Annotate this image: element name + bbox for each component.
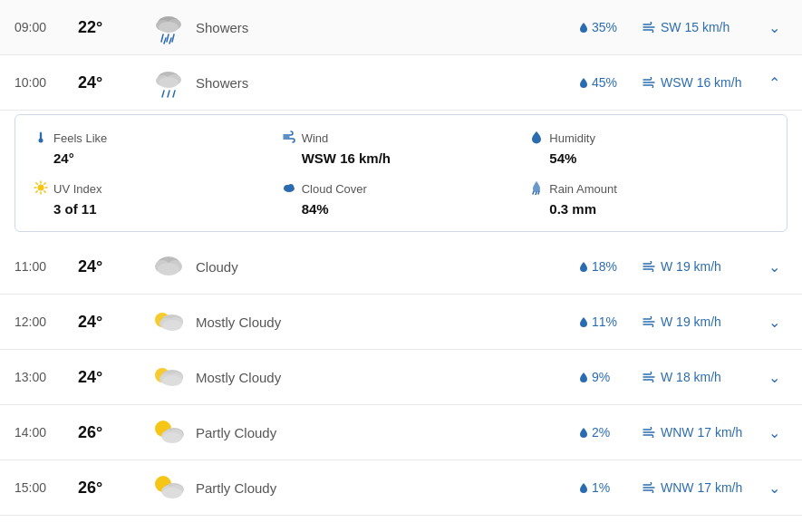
wind-icon <box>643 316 657 327</box>
thermometer-icon <box>34 130 48 147</box>
precipitation-label: 18% <box>579 259 643 274</box>
svg-line-26 <box>44 183 45 184</box>
detail-value: 54% <box>549 150 768 166</box>
condition-label: Cloudy <box>196 259 341 275</box>
detail-value: 84% <box>302 201 521 217</box>
temperature-label: 26° <box>78 479 141 498</box>
expand-chevron[interactable]: ⌄ <box>760 369 788 386</box>
detail-label: Feels Like <box>53 131 107 145</box>
wind-icon <box>643 427 657 438</box>
detail-label: UV Index <box>53 182 101 196</box>
wind-label: WNW 17 km/h <box>643 480 760 495</box>
detail-header: UV Index <box>34 180 273 198</box>
expand-chevron[interactable]: ⌄ <box>760 479 788 497</box>
condition-label: Showers <box>196 75 341 91</box>
condition-label: Showers <box>196 20 341 35</box>
weather-row[interactable]: 14:00 26° Partly Cloudy 2% WNW 17 km/h <box>0 405 802 460</box>
svg-line-14 <box>168 91 169 97</box>
svg-line-5 <box>167 34 169 42</box>
temperature-label: 22° <box>78 18 141 37</box>
rain-drop-icon <box>579 316 588 328</box>
weather-row[interactable]: 12:00 24° Mostly Cloudy 11% W 19 km/h <box>0 295 802 350</box>
svg-point-52 <box>162 432 182 443</box>
svg-line-6 <box>172 34 174 42</box>
expand-chevron[interactable]: ⌄ <box>760 314 788 331</box>
weather-row[interactable]: 10:00 24° Showers 45% WSW 16 km/h <box>0 55 802 111</box>
weather-icon <box>141 9 196 45</box>
detail-panel: Feels Like 24° Wind WSW 16 km/h Humidity <box>14 114 788 232</box>
time-label: 09:00 <box>14 20 78 34</box>
wind-icon <box>282 130 296 147</box>
condition-label: Mostly Cloudy <box>196 370 341 385</box>
uv-icon <box>34 180 48 198</box>
rain-amount-icon <box>529 180 544 198</box>
rain-drop-icon <box>579 427 588 439</box>
precipitation-label: 2% <box>579 425 643 440</box>
detail-item-uvIndex: UV Index 3 of 11 <box>34 180 273 217</box>
expand-chevron[interactable]: ⌃ <box>760 74 788 92</box>
time-label: 13:00 <box>14 370 78 384</box>
detail-value: 0.3 mm <box>549 201 768 217</box>
svg-point-3 <box>159 22 179 33</box>
wind-icon <box>643 22 657 33</box>
svg-point-37 <box>158 263 179 276</box>
wind-label: W 19 km/h <box>643 314 760 329</box>
weather-icon <box>141 414 196 450</box>
weather-icon <box>141 64 196 101</box>
time-label: 12:00 <box>14 314 78 329</box>
temperature-label: 26° <box>78 423 141 442</box>
detail-header: Cloud Cover <box>282 180 521 198</box>
weather-icon <box>141 469 196 506</box>
weather-row[interactable]: 15:00 26° Partly Cloudy 1% WNW 17 km/h <box>0 460 802 516</box>
weather-icon <box>141 359 196 395</box>
rain-drop-icon <box>579 77 588 89</box>
wind-label: WNW 17 km/h <box>643 425 760 440</box>
detail-label: Wind <box>302 131 329 145</box>
svg-line-33 <box>538 191 539 194</box>
condition-label: Mostly Cloudy <box>196 314 341 330</box>
wind-label: SW 15 km/h <box>643 20 760 34</box>
weather-row[interactable]: 13:00 24° Mostly Cloudy 9% W 18 km/h <box>0 350 802 405</box>
detail-item-wind: Wind WSW 16 km/h <box>282 130 521 166</box>
svg-rect-18 <box>40 132 42 140</box>
weather-row[interactable]: 11:00 24° Cloudy 18% W 19 km/h ⌄ <box>0 239 802 295</box>
detail-value: WSW 16 km/h <box>302 150 521 166</box>
precipitation-label: 9% <box>579 370 643 384</box>
time-label: 14:00 <box>14 425 78 440</box>
temperature-label: 24° <box>78 257 141 276</box>
weather-list: 09:00 22° Showers 35% S <box>0 0 802 516</box>
precipitation-label: 1% <box>579 480 643 495</box>
time-label: 11:00 <box>14 259 78 274</box>
detail-item-cloudCover: Cloud Cover 84% <box>282 180 521 217</box>
svg-point-57 <box>162 488 182 498</box>
weather-row[interactable]: 09:00 22° Showers 35% S <box>0 0 802 55</box>
svg-point-42 <box>162 320 182 331</box>
cloud-icon <box>282 180 296 198</box>
wind-icon <box>643 372 657 382</box>
time-label: 15:00 <box>14 480 78 495</box>
expand-chevron[interactable]: ⌄ <box>760 19 788 36</box>
svg-line-27 <box>36 191 37 192</box>
svg-line-32 <box>536 192 536 195</box>
detail-label: Humidity <box>549 131 595 145</box>
weather-icon <box>141 248 196 285</box>
precipitation-label: 35% <box>579 20 643 34</box>
wind-label: WSW 16 km/h <box>643 75 760 90</box>
temperature-label: 24° <box>78 73 141 92</box>
detail-header: Feels Like <box>34 130 273 147</box>
detail-value: 3 of 11 <box>53 201 273 217</box>
temperature-label: 24° <box>78 313 141 332</box>
svg-line-4 <box>161 34 163 42</box>
expand-chevron[interactable]: ⌄ <box>760 258 788 276</box>
svg-line-8 <box>169 38 171 44</box>
svg-line-15 <box>173 91 175 97</box>
wind-label: W 19 km/h <box>643 259 760 274</box>
wind-icon <box>643 77 657 88</box>
temperature-label: 24° <box>78 368 141 387</box>
wind-icon <box>643 261 657 272</box>
condition-label: Partly Cloudy <box>196 480 341 496</box>
rain-drop-icon <box>579 22 588 34</box>
expand-chevron[interactable]: ⌄ <box>760 424 788 441</box>
detail-header: Humidity <box>529 130 768 147</box>
detail-item-humidity: Humidity 54% <box>529 130 768 166</box>
